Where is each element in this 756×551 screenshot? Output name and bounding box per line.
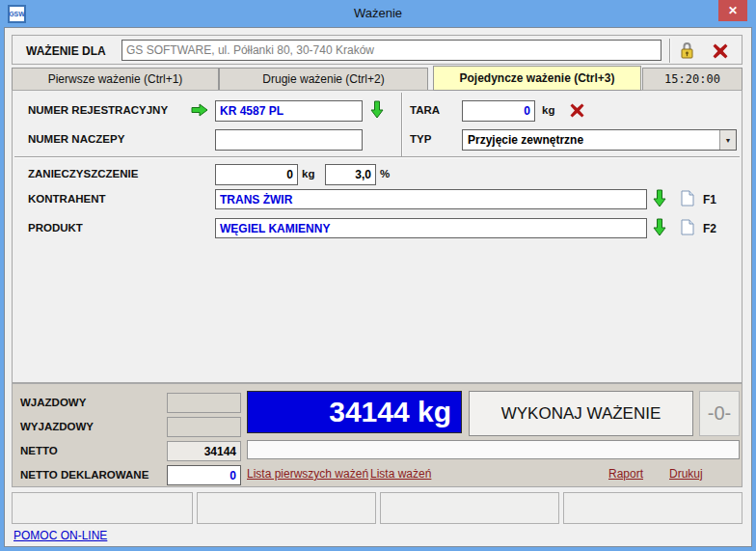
- weight-display: 34144 kg: [247, 391, 462, 433]
- contamination-kg-unit: kg: [302, 168, 314, 179]
- product-label: PRODUKT: [28, 222, 83, 234]
- product-document-icon[interactable]: [681, 219, 694, 235]
- arrow-right-icon: [191, 103, 208, 117]
- close-icon: ✕: [728, 5, 738, 16]
- link-report[interactable]: Raport: [608, 467, 643, 481]
- tab-pierwsze-wazenie-label: Pierwsze ważenie (Ctrl+1): [48, 72, 183, 86]
- form-horizontal-divider: [14, 156, 740, 158]
- tara-label: TARA: [410, 104, 440, 116]
- footer-status-box-1: [12, 492, 193, 524]
- contamination-kg-input[interactable]: 0: [215, 164, 298, 185]
- exit-weight-label: WYJAZDOWY: [20, 421, 94, 432]
- tab-drugie-wazenie-label: Drugie ważenie (Ctrl+2): [262, 72, 384, 86]
- contractor-input[interactable]: TRANS ŻWIR: [215, 189, 647, 209]
- contamination-label: ZANIECZYSZCZENIE: [28, 168, 138, 179]
- contamination-percent-unit: %: [380, 168, 390, 179]
- link-weighings-list[interactable]: Lista ważeń: [370, 467, 431, 481]
- tab-drugie-wazenie[interactable]: Drugie ważenie (Ctrl+2): [219, 68, 428, 91]
- header-divider: [669, 39, 671, 63]
- typ-selected-value: Przyjęcie zewnętrzne: [463, 133, 719, 147]
- clear-all-icon[interactable]: [713, 43, 728, 59]
- reg-number-dropdown-icon[interactable]: [370, 100, 384, 119]
- product-fkey-label: F2: [703, 222, 716, 235]
- tab-pierwsze-wazenie[interactable]: Pierwsze ważenie (Ctrl+1): [12, 68, 219, 91]
- chevron-down-icon: ▼: [725, 137, 732, 144]
- reg-number-input[interactable]: KR 4587 PL: [215, 100, 363, 122]
- window-title: Ważenie: [0, 0, 756, 27]
- lock-icon[interactable]: [680, 41, 694, 59]
- footer-status-box-4: [563, 492, 742, 524]
- typ-select[interactable]: Przyjęcie zewnętrzne ▼: [462, 129, 737, 151]
- titlebar: GSW Ważenie ✕: [0, 0, 756, 27]
- clock-display: 15:20:00: [642, 68, 742, 91]
- tab-pojedyncze-wazenie-label: Pojedyncze ważenie (Ctrl+3): [459, 71, 614, 85]
- product-input[interactable]: WĘGIEL KAMIENNY: [215, 218, 647, 238]
- exit-weight-field: [167, 417, 241, 437]
- perform-weighing-label: WYKONAJ WAŻENIE: [501, 404, 662, 424]
- declared-net-label: NETTO DEKLAROWANE: [20, 469, 148, 481]
- contractor-label: KONTRAHENT: [28, 193, 106, 205]
- footer-status-box-2: [197, 492, 376, 524]
- net-weight-field: 34144: [167, 441, 241, 461]
- tab-pojedyncze-wazenie[interactable]: Pojedyncze ważenie (Ctrl+3): [433, 66, 641, 91]
- entry-weight-field: [167, 393, 241, 413]
- wazenie-dla-group: WAŻENIE DLA GS SOFTWARE, ul. Półłanki 80…: [12, 35, 742, 65]
- contractor-dropdown-icon[interactable]: [653, 189, 666, 207]
- close-button[interactable]: ✕: [718, 0, 747, 21]
- zero-scale-label: -0-: [708, 402, 731, 425]
- contractor-fkey-label: F1: [703, 193, 716, 207]
- app-window: GSW Ważenie ✕ WAŻENIE DLA GS SOFTWARE, u…: [0, 0, 756, 551]
- online-help-link[interactable]: POMOC ON-LINE: [14, 529, 107, 542]
- tara-clear-icon[interactable]: [570, 103, 584, 118]
- typ-label: TYP: [410, 133, 431, 145]
- wazenie-dla-input[interactable]: GS SOFTWARE, ul. Półłanki 80, 30-740 Kra…: [122, 40, 662, 61]
- link-print[interactable]: Drukuj: [669, 467, 703, 481]
- declared-net-input[interactable]: 0: [167, 465, 241, 485]
- perform-weighing-button[interactable]: WYKONAJ WAŻENIE: [469, 391, 693, 436]
- typ-dropdown-button[interactable]: ▼: [719, 130, 736, 150]
- trailer-number-label: NUMER NACZEPY: [28, 133, 124, 145]
- footer-status-box-3: [380, 492, 559, 524]
- link-first-weighings-list[interactable]: Lista pierwszych ważeń: [247, 467, 368, 481]
- contamination-percent-input[interactable]: 3,0: [325, 164, 376, 185]
- net-weight-label: NETTO: [20, 445, 58, 456]
- contractor-document-icon[interactable]: [681, 190, 694, 207]
- reg-number-label: NUMER REJESTRACYJNY: [28, 104, 168, 116]
- tab-page-pojedyncze: NUMER REJESTRACYJNY KR 4587 PL TARA 0 kg…: [12, 90, 742, 383]
- entry-weight-label: WJAZDOWY: [20, 397, 86, 408]
- wazenie-dla-label: WAŻENIE DLA: [26, 44, 106, 58]
- zero-scale-button[interactable]: -0-: [699, 391, 740, 436]
- content-area: WAŻENIE DLA GS SOFTWARE, ul. Półłanki 80…: [4, 27, 752, 547]
- form-vertical-divider: [401, 93, 403, 156]
- product-dropdown-icon[interactable]: [653, 218, 666, 236]
- tara-input[interactable]: 0: [462, 100, 535, 122]
- tara-unit: kg: [542, 104, 554, 116]
- weighing-panel: WJAZDOWY WYJAZDOWY NETTO 34144 NETTO DEK…: [12, 383, 742, 487]
- trailer-number-input[interactable]: [215, 129, 363, 151]
- status-bar: [247, 440, 740, 459]
